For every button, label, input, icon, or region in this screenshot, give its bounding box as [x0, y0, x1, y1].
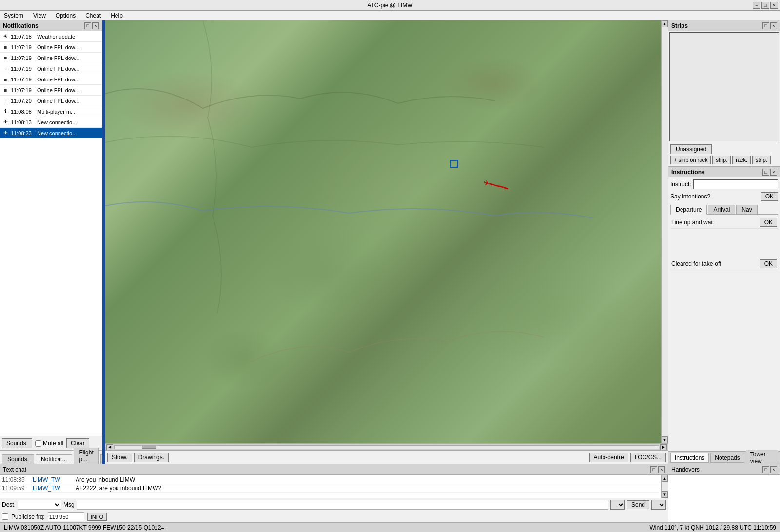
- map-background: ✈━━━━: [105, 20, 661, 443]
- strip-on-rack-button[interactable]: + strip on rack: [670, 156, 711, 164]
- status-bar: LIMW 031050Z AUTO 11007KT 9999 FEW150 22…: [0, 522, 780, 532]
- menu-view[interactable]: View: [31, 11, 48, 20]
- menu-system[interactable]: System: [2, 11, 25, 20]
- text-chat-pin-button[interactable]: □: [650, 466, 657, 473]
- strip-action-row: + strip on rack strip. rack. strip.: [670, 156, 778, 164]
- instructions-header: Instructions □ ×: [668, 167, 780, 177]
- tab-notepads[interactable]: Notepads: [710, 453, 744, 463]
- send-options-dropdown[interactable]: [610, 500, 625, 510]
- notif-item-fpl1[interactable]: ≡ 11:07:19 Online FPL dow...: [0, 42, 102, 53]
- publicise-freq-checkbox[interactable]: [2, 513, 8, 520]
- notif-item-fpl5[interactable]: ≡ 11:07:19 Online FPL dow...: [0, 85, 102, 96]
- close-button[interactable]: ×: [770, 2, 778, 9]
- instruct-input[interactable]: [693, 179, 778, 189]
- notif-item-fpl4[interactable]: ≡ 11:07:19 Online FPL dow...: [0, 74, 102, 85]
- notif-time: 11:07:18: [11, 34, 35, 39]
- chat-text-1: Are you inbound LIMW: [76, 476, 659, 483]
- notifications-pin-button[interactable]: □: [84, 22, 91, 29]
- notif-item-fpl6[interactable]: ≡ 11:07:20 Online FPL dow...: [0, 96, 102, 106]
- say-intentions-ok-button[interactable]: OK: [761, 192, 778, 201]
- notif-item-fpl2[interactable]: ≡ 11:07:19 Online FPL dow...: [0, 53, 102, 63]
- strips-pin-button[interactable]: □: [762, 22, 769, 29]
- notif-text-fpl1: Online FPL dow...: [37, 44, 79, 50]
- loc-gs-button[interactable]: LOC/GS...: [630, 453, 666, 462]
- instructions-close-button[interactable]: ×: [770, 169, 777, 176]
- strip-button[interactable]: strip.: [712, 156, 731, 164]
- minimize-button[interactable]: −: [753, 2, 760, 9]
- handovers-panel: Handovers □ ×: [668, 464, 780, 522]
- notif-time1: 11:07:19: [11, 44, 35, 50]
- notifications-title: Notifications: [3, 22, 39, 29]
- maximize-button[interactable]: □: [761, 2, 769, 9]
- vscroll-down-button[interactable]: ▼: [662, 436, 668, 443]
- hscroll-left-button[interactable]: ◀: [106, 444, 113, 450]
- mute-all-checkbox[interactable]: [35, 440, 41, 447]
- chat-message-input[interactable]: [77, 500, 608, 510]
- instruct-label: Instruct:: [670, 181, 691, 188]
- text-chat-close-button[interactable]: ×: [658, 466, 665, 473]
- mute-all-label[interactable]: Mute all: [35, 440, 63, 447]
- tab-notifications[interactable]: Notificat...: [36, 454, 72, 464]
- fpl-icon5: ≡: [2, 87, 9, 94]
- handovers-close-button[interactable]: ×: [770, 466, 777, 473]
- tab-instructions[interactable]: Instructions: [670, 453, 709, 463]
- chat-sender-2: LIMW_TW: [33, 485, 72, 492]
- chat-msg-1: 11:08:35 LIMW_TW Are you inbound LIMW: [2, 476, 659, 484]
- tab-departure[interactable]: Departure: [670, 205, 707, 215]
- cleared-takeoff-text: Cleared for take-off: [671, 260, 722, 267]
- menu-help[interactable]: Help: [109, 11, 125, 20]
- text-chat-controls: □ ×: [650, 466, 665, 473]
- status-metar: LIMW 031050Z AUTO 11007KT 9999 FEW150 22…: [4, 524, 164, 531]
- hscroll-right-button[interactable]: ▶: [660, 444, 667, 450]
- map-container[interactable]: ✈━━━━: [105, 20, 661, 443]
- chat-msg-2: 11:09:59 LIMW_TW AF2222, are you inbound…: [2, 484, 659, 493]
- fpl-icon2: ≡: [2, 55, 9, 61]
- menu-options[interactable]: Options: [54, 11, 78, 20]
- dest-select[interactable]: [18, 500, 61, 510]
- clear-button[interactable]: Clear: [66, 438, 89, 448]
- sounds-button[interactable]: Sounds.: [2, 438, 32, 448]
- notif-text-connect1: New connectio...: [37, 119, 77, 125]
- waypoint-marker: [450, 160, 458, 168]
- dest-label: Dest.: [2, 501, 16, 508]
- notif-text-connect2: New connectio...: [37, 130, 77, 136]
- tab-flightplan[interactable]: Flight p...: [74, 448, 98, 464]
- chat-scroll-down[interactable]: ▼: [662, 491, 668, 498]
- notifications-close-button[interactable]: ×: [92, 22, 99, 29]
- tab-tower-view[interactable]: Tower view: [746, 450, 778, 464]
- freq-info-button[interactable]: INFO: [87, 513, 107, 521]
- notif-item-weather[interactable]: ☀ 11:07:18 Weather update: [0, 31, 102, 42]
- freq-input[interactable]: [48, 512, 84, 521]
- notifications-list: ☀ 11:07:18 Weather update ≡ 11:07:19 Onl…: [0, 31, 102, 436]
- strip2-button[interactable]: strip.: [752, 156, 771, 164]
- notif-item-fpl3[interactable]: ≡ 11:07:19 Online FPL dow...: [0, 63, 102, 74]
- tab-arrival[interactable]: Arrival: [708, 205, 735, 214]
- bottom-tabs: Sounds. Notificat... Flight p... Wea...: [0, 450, 102, 464]
- vscroll-up-button[interactable]: ▲: [662, 20, 668, 27]
- main-area: Notifications □ × ☀ 11:07:18 Weather upd…: [0, 20, 780, 464]
- notif-item-connect1[interactable]: ✈ 11:08:13 New connectio...: [0, 117, 102, 128]
- rack-button[interactable]: rack.: [732, 156, 751, 164]
- notifications-panel: Notifications □ × ☀ 11:07:18 Weather upd…: [0, 20, 102, 464]
- send-mode-dropdown[interactable]: [651, 500, 666, 510]
- drawings-button[interactable]: Drawings.: [134, 453, 169, 462]
- instructions-pin-button[interactable]: □: [762, 169, 769, 176]
- unassigned-tab[interactable]: Unassigned: [670, 144, 712, 154]
- notif-item-connect2[interactable]: ✈ 11:08:23 New connectio...: [0, 128, 102, 138]
- chat-input-row: Dest. Msg Send: [0, 498, 668, 511]
- notif-item-multiplayer[interactable]: ℹ 11:08:08 Multi-player m...: [0, 106, 102, 117]
- send-button[interactable]: Send: [627, 500, 649, 509]
- menu-cheat[interactable]: Cheat: [83, 11, 103, 20]
- chat-scroll-up[interactable]: ▲: [662, 475, 668, 482]
- tab-sounds[interactable]: Sounds.: [2, 454, 34, 464]
- cleared-takeoff-ok-button[interactable]: OK: [760, 259, 777, 268]
- auto-centre-button[interactable]: Auto-centre: [589, 453, 628, 462]
- show-button[interactable]: Show.: [107, 453, 132, 462]
- handovers-pin-button[interactable]: □: [762, 466, 769, 473]
- tab-nav[interactable]: Nav: [736, 205, 757, 214]
- notifications-controls: □ ×: [84, 22, 99, 29]
- fpl-icon6: ≡: [2, 98, 9, 104]
- strips-close-button[interactable]: ×: [770, 22, 777, 29]
- instructions-section: Instructions □ × Instruct: Say intention…: [668, 167, 780, 464]
- lineup-wait-ok-button[interactable]: OK: [760, 218, 777, 227]
